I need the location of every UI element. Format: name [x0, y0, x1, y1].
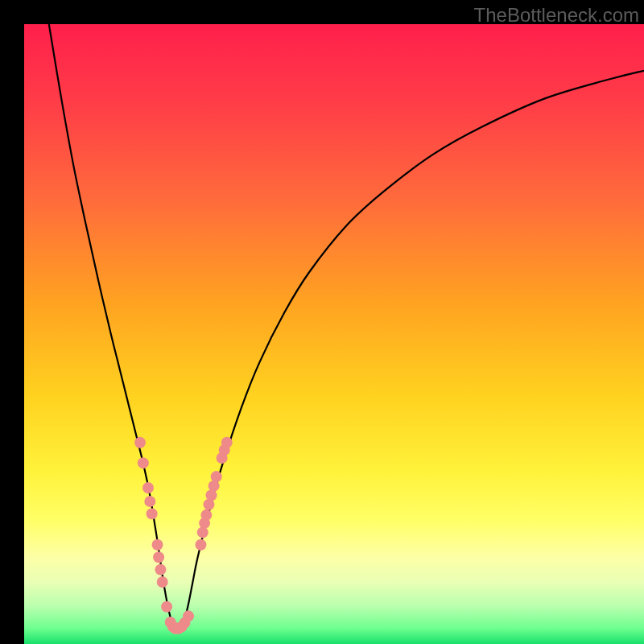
- highlight-point: [197, 526, 208, 538]
- chart-frame: TheBottleneck.com: [0, 0, 644, 644]
- highlight-point: [183, 610, 194, 621]
- highlight-point: [142, 482, 154, 493]
- highlight-point: [153, 551, 164, 563]
- curve-layer: [24, 24, 644, 644]
- highlight-point: [152, 539, 163, 551]
- highlight-point: [138, 457, 149, 469]
- highlight-point: [155, 564, 166, 576]
- highlighted-points-group: [134, 437, 233, 634]
- highlight-point: [211, 471, 222, 482]
- highlight-point: [200, 510, 212, 521]
- highlight-point: [221, 437, 233, 448]
- highlight-point: [161, 601, 172, 613]
- highlight-point: [147, 508, 158, 519]
- plot-area: [24, 24, 644, 644]
- highlight-point: [157, 576, 168, 588]
- highlight-point: [134, 437, 146, 448]
- highlight-point: [195, 539, 206, 551]
- bottleneck-curve: [49, 24, 644, 632]
- watermark-text: TheBottleneck.com: [474, 4, 639, 27]
- highlight-point: [144, 496, 155, 507]
